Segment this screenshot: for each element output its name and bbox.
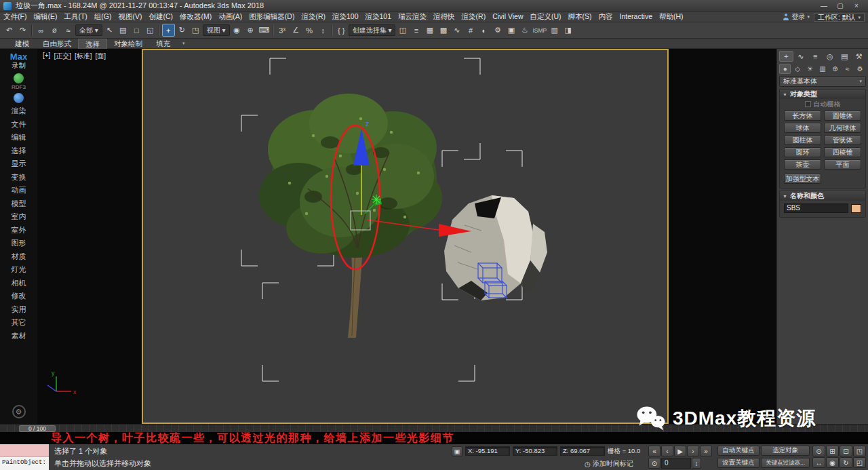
panel-tab-create[interactable]: +: [779, 51, 793, 62]
sidebar-item[interactable]: 修改: [0, 290, 37, 303]
close-button[interactable]: ×: [848, 2, 865, 9]
autogrid-checkbox[interactable]: [805, 101, 811, 107]
go-to-end-button[interactable]: »: [700, 446, 712, 456]
curve-editor-icon[interactable]: ∿: [450, 24, 463, 37]
object-type-button[interactable]: 球体: [784, 123, 821, 133]
layer-manager-icon[interactable]: ▦: [423, 24, 436, 37]
category-lights[interactable]: ☀: [804, 64, 816, 74]
menu-item[interactable]: 创建(C): [146, 12, 177, 22]
coordinate-y-field[interactable]: Y: -50.823: [513, 446, 557, 456]
coordinate-x-field[interactable]: X: -95.191: [465, 446, 510, 456]
render-production-icon[interactable]: ♨: [518, 24, 531, 37]
object-type-button-textplus[interactable]: 加强型文本: [784, 174, 821, 184]
viewport-menu-shading[interactable]: [标准]: [75, 52, 92, 61]
menu-item[interactable]: 视图(V): [115, 12, 146, 22]
object-type-button[interactable]: 四棱锥: [824, 147, 861, 157]
ribbon-tab-selection[interactable]: 选择: [78, 39, 107, 49]
named-selection-dropdown[interactable]: 创建选择集 ▾: [349, 24, 396, 36]
use-pivot-point-icon[interactable]: ◉: [231, 24, 243, 37]
selection-filter-dropdown[interactable]: 全部 ▾: [75, 24, 102, 36]
name-color-rollout-header[interactable]: ▼ 名称和颜色: [780, 191, 865, 201]
menu-item[interactable]: 动画(A): [215, 12, 245, 22]
menu-item[interactable]: 编辑(E): [30, 12, 60, 22]
key-filters-button[interactable]: 关键点过滤器...: [761, 458, 810, 468]
bind-to-space-warp-icon[interactable]: ≈: [62, 24, 75, 37]
listener-line[interactable]: PaintObject: Sl: [0, 457, 49, 470]
extra-tool-icon[interactable]: ▥: [548, 24, 561, 37]
panel-tab-utilities[interactable]: ⚒: [852, 51, 867, 62]
sidebar-item[interactable]: 模型: [0, 197, 37, 211]
coordinate-z-field[interactable]: Z: 69.067: [560, 446, 605, 456]
zoom-icon[interactable]: ⊙: [812, 446, 825, 456]
mirror-icon[interactable]: ◫: [396, 24, 409, 37]
set-key-button[interactable]: 设置关键点: [717, 458, 760, 468]
sidebar-item[interactable]: 显示: [0, 157, 37, 171]
menu-item[interactable]: 自定义(U): [526, 12, 564, 22]
object-type-button[interactable]: 管状体: [824, 135, 861, 145]
menu-item[interactable]: 工具(T): [60, 12, 90, 22]
viewport-canvas[interactable]: z x y: [37, 49, 776, 424]
next-frame-button[interactable]: ›: [687, 446, 699, 456]
object-type-rollout-header[interactable]: ▼ 对象类型: [780, 90, 865, 99]
zoom-all-icon[interactable]: ⊞: [826, 446, 839, 456]
panel-tab-motion[interactable]: ◎: [823, 51, 837, 62]
render-setup-icon[interactable]: ⚙: [491, 24, 504, 37]
menu-item[interactable]: Interactive: [616, 12, 656, 22]
ribbon-minimize-icon[interactable]: ▾: [182, 41, 185, 46]
primitive-type-dropdown[interactable]: 标准基本体 ▾: [779, 76, 866, 87]
snap-toggle-3d-icon[interactable]: 3³: [276, 24, 289, 37]
sidebar-item[interactable]: 文件: [0, 118, 37, 132]
menu-item[interactable]: 组(G): [91, 12, 115, 22]
unlink-selection-icon[interactable]: ⌀: [48, 24, 61, 37]
toolbar-separator[interactable]: [332, 25, 333, 36]
category-systems[interactable]: ⚙: [854, 64, 866, 74]
extra-tool-icon[interactable]: ◨: [561, 24, 574, 37]
add-time-tag[interactable]: ◷ 添加时间标记: [585, 459, 633, 469]
green-badge-icon[interactable]: [14, 73, 24, 83]
sidebar-item[interactable]: 实用: [0, 303, 37, 317]
schematic-view-icon[interactable]: #: [464, 24, 477, 37]
pan-icon[interactable]: ↔: [812, 457, 825, 468]
menu-item[interactable]: 渲得快: [430, 12, 458, 22]
panel-tab-display[interactable]: ▤: [837, 51, 852, 62]
sidebar-item[interactable]: 材质: [0, 250, 37, 264]
select-object-icon[interactable]: ↖: [103, 24, 116, 37]
ribbon-tab-object-paint[interactable]: 对象绘制: [107, 39, 149, 49]
reference-coordinate-dropdown[interactable]: 视图 ▾: [203, 24, 230, 36]
blue-badge-icon[interactable]: [14, 93, 24, 103]
sidebar-item[interactable]: 选择: [0, 144, 37, 158]
macro-recorder-line[interactable]: [0, 444, 49, 457]
select-and-scale-icon[interactable]: ◳: [189, 24, 202, 37]
edit-named-selection-sets-icon[interactable]: { }: [335, 24, 348, 37]
go-to-start-button[interactable]: «: [648, 446, 660, 456]
sidebar-item[interactable]: 动画: [0, 184, 37, 197]
sidebar-item[interactable]: 其它: [0, 316, 37, 330]
sidebar-item[interactable]: 渲染: [0, 104, 37, 118]
menu-item[interactable]: 脚本(S): [565, 12, 595, 22]
object-type-button[interactable]: 长方体: [784, 111, 821, 121]
object-type-button[interactable]: 平面: [824, 159, 861, 170]
maximize-button[interactable]: ▢: [832, 2, 848, 9]
login-button[interactable]: 登录 ▾: [783, 12, 810, 22]
maxscript-mini-listener[interactable]: PaintObject: Sl: [0, 444, 49, 470]
menu-item[interactable]: Civil View: [489, 12, 526, 22]
auto-key-button[interactable]: 自动关键点: [717, 446, 760, 456]
ismp-label[interactable]: ISMP: [532, 24, 547, 37]
ribbon-tab-freeform[interactable]: 自由形式: [36, 39, 78, 49]
toolbar-separator[interactable]: [159, 25, 160, 36]
toolbar-separator[interactable]: [273, 25, 274, 36]
spinner-snap-icon[interactable]: ↕: [317, 24, 330, 37]
redo-icon[interactable]: ↷: [16, 24, 29, 37]
menu-item[interactable]: 瑞云渲染: [395, 12, 430, 22]
category-helpers[interactable]: ⊕: [829, 64, 841, 74]
menu-item[interactable]: 渲染101: [362, 12, 395, 22]
toolbar-separator[interactable]: [31, 25, 33, 36]
current-frame-field[interactable]: 0: [661, 458, 691, 469]
ribbon-tab-populate[interactable]: 填充: [149, 39, 177, 49]
menu-item[interactable]: 渲染100: [329, 12, 362, 22]
menu-item[interactable]: 内容: [595, 12, 616, 22]
menu-item[interactable]: 图形编辑器(D): [245, 12, 298, 22]
align-icon[interactable]: ≡: [410, 24, 422, 37]
viewport-menu-facets[interactable]: [面]: [96, 52, 106, 61]
category-space-warps[interactable]: ≈: [842, 64, 853, 74]
